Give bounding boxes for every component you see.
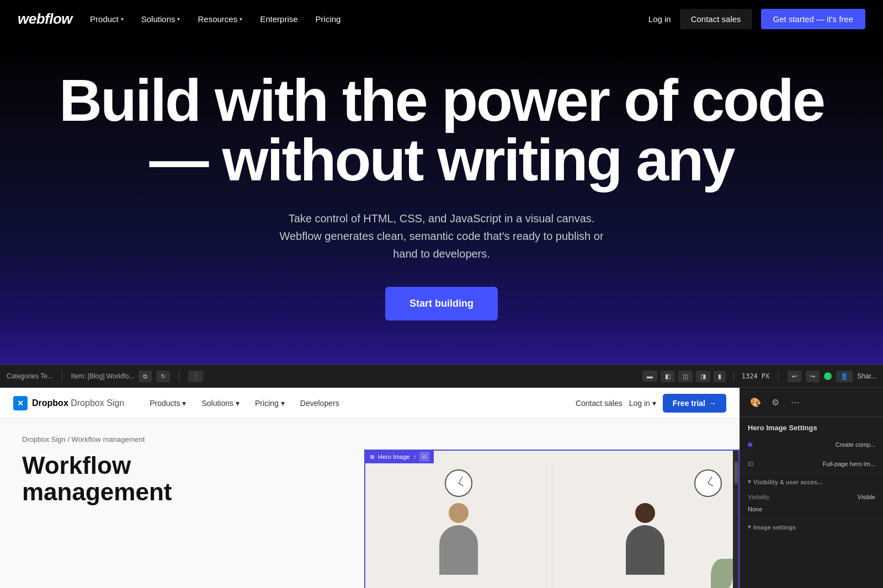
- id-label: ID: [748, 461, 754, 467]
- dropbox-login-label: Log in: [629, 399, 650, 408]
- person-right: [626, 503, 664, 575]
- create-component-label: Create comp...: [836, 441, 875, 448]
- right-panel: 🎨 ⚙ ⋯ Hero Image Settings Create comp...…: [740, 388, 883, 588]
- right-panel-header: 🎨 ⚙ ⋯: [740, 388, 883, 417]
- status-dot: [824, 372, 832, 380]
- dropbox-nav-solutions-label: Solutions: [201, 399, 233, 408]
- hero-image-text: Hero Image: [378, 453, 409, 460]
- visibility-section-header[interactable]: ▾ Visibility & user acces...: [740, 474, 883, 488]
- dropbox-nav-developers[interactable]: Developers: [292, 388, 347, 419]
- panel-title: Hero Image Settings: [740, 417, 883, 435]
- layout-left-button[interactable]: ◧: [661, 371, 675, 382]
- dropbox-free-trial-label: Free trial: [673, 399, 705, 408]
- layout-narrow-button[interactable]: ▮: [714, 371, 726, 382]
- nav-item-solutions[interactable]: Solutions ▾: [141, 14, 180, 24]
- hero-image-element[interactable]: ⊕ Hero Image ↑ ⊙: [364, 450, 740, 588]
- share-button[interactable]: Shar...: [857, 372, 876, 380]
- illustration-area: [365, 451, 738, 588]
- contact-sales-button[interactable]: Contact sales: [680, 9, 752, 29]
- hero-image-controls: ⊙: [419, 452, 429, 462]
- dropbox-sign-text: Dropbox Sign: [71, 398, 124, 408]
- person-head-right: [635, 503, 655, 523]
- nav-item-solutions-label: Solutions: [141, 14, 175, 24]
- panel-create-row: Create comp...: [748, 439, 875, 451]
- layout-tools: ▬ ◧ ◫ ◨ ▮ 1324 PX: [642, 371, 770, 382]
- nav-item-enterprise-label: Enterprise: [260, 14, 297, 24]
- create-component-icon: [748, 441, 754, 448]
- chevron-down-icon: ▾: [177, 16, 180, 22]
- dropbox-page-title: Workflow management: [22, 452, 232, 506]
- start-building-button[interactable]: Start building: [385, 287, 498, 320]
- visibility-label: Visibility: [748, 494, 770, 500]
- dropbox-nav-developers-label: Developers: [300, 399, 339, 408]
- hero-image-badge: ⊕: [370, 453, 375, 461]
- dropbox-logo[interactable]: ✕ Dropbox Dropbox Sign: [13, 396, 124, 410]
- chevron-down-icon: ▾: [236, 399, 240, 408]
- clock-icon: [445, 469, 472, 497]
- leaf-decoration: [711, 559, 733, 588]
- dropbox-page-content: Dropbox Sign / Workflow management Workf…: [0, 419, 740, 588]
- layout-right-button[interactable]: ◨: [696, 371, 710, 382]
- person-left: [439, 503, 478, 575]
- dropbox-nav-products-label: Products: [150, 399, 180, 408]
- canvas-content-area: ✕ Dropbox Dropbox Sign Products ▾ Soluti…: [0, 388, 883, 588]
- image-settings-header-label: Image settings: [753, 524, 796, 531]
- more-options-button[interactable]: ⋮: [188, 371, 203, 382]
- hero-image-up-icon: ↑: [413, 453, 416, 460]
- dropbox-nav-solutions[interactable]: Solutions ▾: [194, 388, 247, 419]
- nav-item-enterprise[interactable]: Enterprise: [260, 14, 297, 24]
- nav-item-product[interactable]: Product ▾: [90, 14, 124, 24]
- dropbox-login-button[interactable]: Log in ▾: [629, 399, 656, 408]
- undo-button[interactable]: ↩: [788, 371, 801, 382]
- login-button[interactable]: Log in: [648, 14, 671, 24]
- illustration-right: [552, 464, 739, 588]
- panel-more-button[interactable]: ⋯: [788, 394, 803, 410]
- image-settings-section-header[interactable]: ▾ Image settings: [740, 519, 883, 533]
- chevron-down-icon: ▾: [281, 399, 285, 408]
- dropbox-nav-pricing-label: Pricing: [255, 399, 279, 408]
- illustration-left: [365, 464, 552, 588]
- webflow-logo[interactable]: webflow: [18, 10, 72, 28]
- chevron-down-icon: ▾: [652, 399, 656, 408]
- nav-item-pricing[interactable]: Pricing: [316, 14, 341, 24]
- arrow-right-icon: →: [709, 399, 716, 408]
- panel-id-row: ID Full-page hero Im...: [748, 458, 875, 470]
- dropbox-breadcrumb: Dropbox Sign / Workflow management: [22, 435, 717, 443]
- webflow-navbar: webflow Product ▾ Solutions ▾ Resources …: [0, 0, 883, 38]
- layout-center-button[interactable]: ◫: [678, 371, 693, 382]
- user-icon-button[interactable]: 👤: [836, 371, 853, 382]
- visibility-extra-value: None: [748, 506, 762, 512]
- nav-item-resources-label: Resources: [198, 14, 237, 24]
- chevron-down-icon: ▾: [748, 523, 751, 531]
- visibility-section: Visibility Visible None: [740, 488, 883, 519]
- toolbar-divider-4: [778, 371, 779, 382]
- refresh-button[interactable]: ↻: [156, 371, 170, 382]
- panel-id-section: ID Full-page hero Im...: [740, 455, 883, 474]
- item-label: Item: [Blog] Workflo...: [71, 372, 134, 380]
- nav-item-resources[interactable]: Resources ▾: [198, 14, 242, 24]
- px-display: 1324 PX: [742, 372, 770, 380]
- canvas-toolbar: Categories Te... Item: [Blog] Workflo...…: [0, 365, 883, 388]
- dropbox-contact-button[interactable]: Contact sales: [576, 399, 623, 408]
- hero-section: Build with the power of code — without w…: [0, 38, 883, 365]
- breadcrumb-text: Categories Te...: [7, 372, 53, 380]
- dropbox-nav-pricing[interactable]: Pricing ▾: [247, 388, 292, 419]
- nav-item-product-label: Product: [90, 14, 119, 24]
- toolbar-divider-3: [733, 371, 734, 382]
- panel-create-section: Create comp...: [740, 435, 883, 455]
- dropbox-site-preview: ✕ Dropbox Dropbox Sign Products ▾ Soluti…: [0, 388, 740, 588]
- dropbox-logo-icon: ✕: [13, 396, 28, 410]
- hero-settings-button[interactable]: ⊙: [419, 452, 429, 462]
- dropbox-nav-products[interactable]: Products ▾: [142, 388, 194, 419]
- panel-settings-button[interactable]: ⚙: [768, 394, 783, 410]
- get-started-button[interactable]: Get started — it's free: [761, 9, 865, 29]
- redo-button[interactable]: ↪: [806, 371, 820, 382]
- chevron-down-icon: ▾: [748, 478, 751, 485]
- person-body-left: [439, 525, 478, 575]
- panel-paint-button[interactable]: 🎨: [748, 394, 763, 410]
- dropbox-free-trial-button[interactable]: Free trial →: [663, 394, 726, 413]
- scroll-indicator[interactable]: [733, 451, 738, 588]
- visibility-extra-row: None: [748, 503, 875, 515]
- layout-full-button[interactable]: ▬: [642, 371, 657, 382]
- copy-button[interactable]: ⧉: [139, 371, 152, 382]
